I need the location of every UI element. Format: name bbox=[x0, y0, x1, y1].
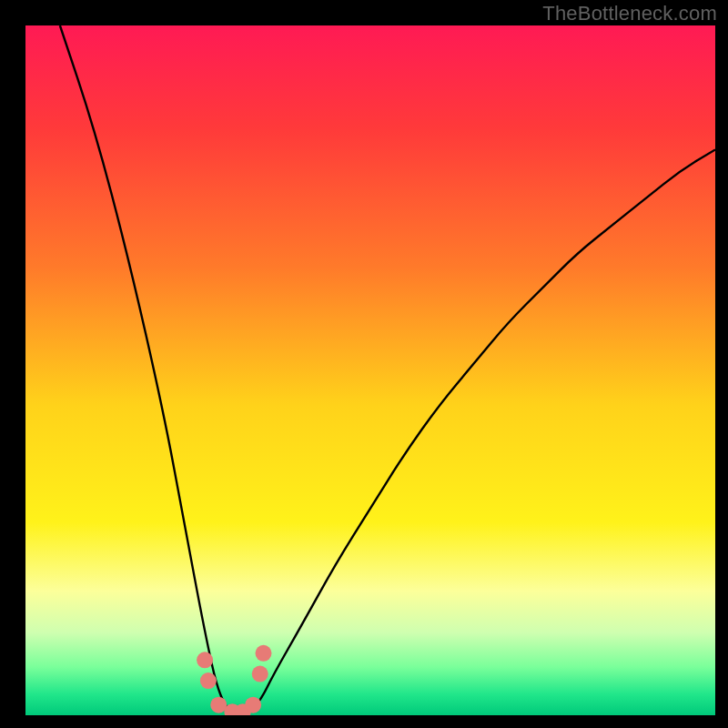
marker-dot bbox=[197, 652, 213, 668]
bottleneck-curve bbox=[60, 25, 715, 715]
marker-dot bbox=[252, 666, 268, 682]
highlight-markers bbox=[197, 645, 271, 715]
frame-border bbox=[0, 715, 728, 728]
chart-frame: TheBottleneck.com bbox=[0, 0, 728, 728]
plot-curves bbox=[25, 25, 715, 715]
watermark-text: TheBottleneck.com bbox=[542, 2, 717, 25]
marker-dot bbox=[245, 697, 261, 713]
marker-dot bbox=[200, 672, 217, 689]
frame-border bbox=[715, 0, 728, 728]
marker-dot bbox=[256, 645, 272, 662]
frame-border bbox=[0, 0, 25, 728]
